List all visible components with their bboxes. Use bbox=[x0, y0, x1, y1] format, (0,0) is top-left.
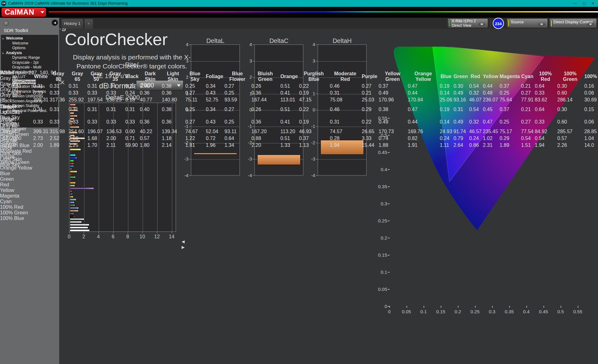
table-cell[interactable]: 399.31 bbox=[33, 128, 49, 135]
table-cell[interactable]: 2.00 bbox=[33, 142, 49, 148]
table-cell[interactable]: 0.33 bbox=[50, 90, 68, 96]
table-cell[interactable]: 317.36 bbox=[50, 97, 68, 103]
column-header-purple[interactable]: Purple bbox=[362, 71, 378, 82]
table-cell[interactable]: 75.08 bbox=[330, 97, 361, 103]
table-cell[interactable]: 0.19 bbox=[439, 104, 453, 115]
table-cell[interactable]: 0.31 bbox=[106, 104, 124, 115]
table-cell[interactable]: 0.44 bbox=[407, 116, 439, 128]
table-cell[interactable]: 1.91 bbox=[407, 142, 439, 148]
table-cell[interactable]: 0.33 bbox=[68, 116, 87, 128]
table-cell[interactable]: 0.25 bbox=[224, 116, 250, 128]
table-cell[interactable]: 40.22 bbox=[140, 128, 161, 135]
table-cell[interactable]: 74.57 bbox=[330, 128, 361, 135]
table-cell[interactable]: 1.22 bbox=[185, 135, 205, 142]
table-cell[interactable]: 0.31 bbox=[330, 116, 361, 128]
table-cell[interactable]: 1.13 bbox=[299, 142, 329, 148]
column-header-100-green[interactable]: 100% Green bbox=[557, 71, 583, 82]
table-cell[interactable]: 0.43 bbox=[206, 116, 224, 128]
table-cell[interactable]: 0.22 bbox=[362, 116, 378, 128]
table-cell[interactable]: 254.60 bbox=[68, 128, 87, 135]
table-cell[interactable]: 0.27 bbox=[185, 90, 205, 96]
reading-count-badge[interactable]: 234 bbox=[493, 18, 504, 29]
table-cell[interactable]: 0.29 bbox=[362, 104, 378, 115]
table-cell[interactable]: 1.96 bbox=[206, 142, 224, 148]
table-cell[interactable]: 0.64 bbox=[224, 135, 250, 142]
table-cell[interactable]: 2.31 bbox=[482, 142, 499, 148]
column-header-blue[interactable]: Blue bbox=[439, 71, 453, 82]
table-cell[interactable]: 0.49 bbox=[378, 90, 407, 96]
sidebar-item-dynamic-range[interactable]: Dynamic Range bbox=[1, 55, 58, 60]
table-cell[interactable]: 138.23 bbox=[106, 97, 124, 103]
table-cell[interactable]: 255.92 bbox=[68, 97, 87, 103]
table-cell[interactable]: 0.57 bbox=[140, 135, 161, 142]
column-header-bluish-green[interactable]: Bluish Green bbox=[251, 71, 279, 82]
table-cell[interactable]: 0.33 bbox=[106, 116, 124, 128]
column-header-cyan[interactable]: Cyan bbox=[521, 71, 534, 82]
table-cell[interactable]: 0.31 bbox=[68, 104, 87, 115]
table-cell[interactable]: 0.31 bbox=[330, 90, 361, 96]
table-cell[interactable]: 1.81 bbox=[185, 142, 205, 148]
table-cell[interactable]: 1.94 bbox=[330, 142, 361, 148]
table-cell[interactable]: 1.33 bbox=[280, 142, 298, 148]
table-cell[interactable]: 0.18 bbox=[125, 97, 139, 103]
table-cell[interactable]: 1.80 bbox=[140, 142, 161, 148]
table-cell[interactable]: 1.04 bbox=[584, 135, 597, 142]
table-cell[interactable]: 46.57 bbox=[469, 128, 482, 135]
column-header-yellow[interactable]: Yellow bbox=[482, 71, 499, 82]
table-cell[interactable]: 93.11 bbox=[224, 128, 250, 135]
table-cell[interactable]: 0.31 bbox=[33, 104, 49, 115]
table-cell[interactable]: 0.38 bbox=[162, 83, 184, 89]
table-cell[interactable]: 52.04 bbox=[206, 128, 224, 135]
column-header-foliage[interactable]: Foliage bbox=[206, 71, 224, 82]
table-cell[interactable]: 0.33 bbox=[68, 90, 87, 96]
table-cell[interactable]: 0.31 bbox=[87, 83, 106, 89]
table-cell[interactable]: 0.28 bbox=[330, 135, 361, 142]
table-cell[interactable]: 2.26 bbox=[557, 142, 583, 148]
table-cell[interactable]: 0.46 bbox=[330, 104, 361, 115]
table-cell[interactable]: 0.19 bbox=[439, 83, 453, 89]
column-header-gray-65[interactable]: Gray 65 bbox=[68, 71, 87, 82]
table-cell[interactable]: 0.27 bbox=[185, 116, 205, 128]
table-cell[interactable]: 0.33 bbox=[534, 90, 556, 96]
table-cell[interactable]: 0.60 bbox=[557, 90, 583, 96]
close-button[interactable]: ✕ bbox=[589, 0, 597, 7]
column-header-yellow-green[interactable]: Yellow Green bbox=[378, 71, 407, 82]
column-header-white[interactable]: White bbox=[33, 71, 49, 82]
column-header-blue-sky[interactable]: Blue Sky bbox=[185, 71, 205, 82]
scroll-right-icon[interactable]: ► bbox=[181, 245, 374, 250]
table-cell[interactable]: 28.85 bbox=[584, 128, 597, 135]
table-cell[interactable]: 0.26 bbox=[251, 104, 279, 115]
sidebar-item-welcome[interactable]: Welcome bbox=[1, 41, 58, 46]
table-cell[interactable]: 197.54 bbox=[87, 97, 106, 103]
table-cell[interactable]: 2.73 bbox=[33, 135, 49, 142]
table-cell[interactable]: 2.11 bbox=[106, 142, 124, 148]
table-cell[interactable]: 0.27 bbox=[521, 116, 534, 128]
table-cell[interactable]: 2.20 bbox=[251, 142, 279, 148]
display-control-dropdown[interactable]: Direct Display Control bbox=[549, 18, 597, 28]
column-header-blue-flower[interactable]: Blue Flower bbox=[224, 71, 250, 82]
table-cell[interactable]: 0.51 bbox=[280, 83, 298, 89]
column-header-100-[interactable]: 100% bbox=[584, 71, 597, 82]
table-cell[interactable]: 30.69 bbox=[584, 97, 597, 103]
table-cell[interactable]: 0.29 bbox=[499, 135, 520, 142]
table-cell[interactable]: 235.45 bbox=[482, 128, 499, 135]
table-cell[interactable]: 83.62 bbox=[534, 97, 556, 103]
sidebar-collapse-button[interactable]: ◀ bbox=[52, 20, 58, 26]
table-cell[interactable]: 0.06 bbox=[584, 116, 597, 128]
table-cell[interactable]: 0.36 bbox=[162, 90, 184, 96]
table-cell[interactable]: 0.54 bbox=[469, 83, 482, 89]
table-cell[interactable]: 2.52 bbox=[50, 135, 68, 142]
column-header-orange[interactable]: Orange bbox=[280, 71, 298, 82]
table-cell[interactable]: 0.19 bbox=[299, 116, 329, 128]
table-cell[interactable]: 0.31 bbox=[453, 104, 468, 115]
table-cell[interactable]: 0.51 bbox=[280, 104, 298, 115]
table-cell[interactable]: 0.25 bbox=[125, 83, 139, 89]
add-tab-button[interactable]: + bbox=[84, 19, 93, 29]
maximize-button[interactable]: ▢ bbox=[580, 0, 589, 7]
table-cell[interactable]: 15.44 bbox=[362, 142, 378, 148]
table-cell[interactable]: 40.77 bbox=[140, 97, 161, 103]
table-cell[interactable]: 170.84 bbox=[407, 97, 439, 103]
table-cell[interactable]: 0.15 bbox=[584, 104, 597, 115]
column-header-100-red[interactable]: 100% Red bbox=[534, 71, 556, 82]
table-cell[interactable]: 1.89 bbox=[499, 142, 520, 148]
